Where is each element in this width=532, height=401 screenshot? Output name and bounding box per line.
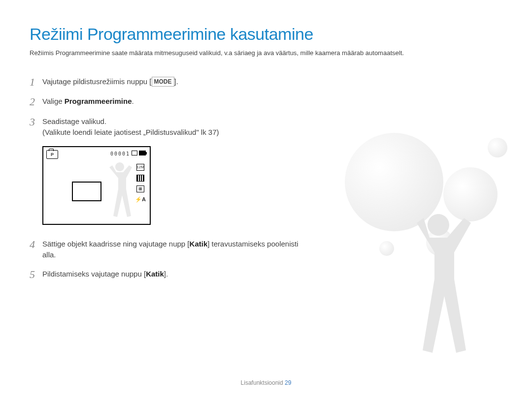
step-text: ].	[174, 77, 178, 86]
step-text: Seadistage valikud.	[42, 117, 106, 125]
step-5: 5 Pildistamiseks vajutage nuppu [Katik].	[30, 269, 305, 280]
step-text: ].	[164, 270, 168, 278]
step-bold: Katik	[146, 270, 164, 278]
step-body: Valige Programmeerimine.	[42, 96, 305, 107]
intro-text: Režiimis Programmeerimine saate määrata …	[30, 49, 502, 58]
step-number: 2	[30, 96, 42, 108]
shot-counter: 00001	[110, 151, 130, 156]
step-body: Seadistage valikud. (Valikute loendi lei…	[42, 116, 305, 138]
step-text: Vajutage pildistusrežiimis nuppu [	[42, 77, 152, 86]
step-number: 5	[30, 269, 42, 280]
step-number: 3	[30, 116, 42, 128]
sd-card-icon	[132, 151, 137, 155]
step-body: Sättige objekt kaadrisse ning vajutage n…	[42, 239, 305, 261]
page-title: Režiimi Programmeerimine kasutamine	[30, 25, 502, 44]
step-text: Pildistamiseks vajutage nuppu [	[42, 270, 146, 278]
child-silhouette-large	[384, 209, 488, 371]
steps-list: 1 Vajutage pildistusrežiimis nuppu [MODE…	[30, 76, 305, 280]
camera-lcd-illustration: P 00001 12M ▦ ⚡A	[42, 146, 151, 225]
step-body: Pildistamiseks vajutage nuppu [Katik].	[42, 269, 305, 280]
step-number: 1	[30, 76, 42, 88]
bubble-icon	[488, 138, 507, 157]
step-number: 4	[30, 239, 42, 250]
step-1: 1 Vajutage pildistusrežiimis nuppu [MODE…	[30, 76, 305, 88]
footer-section: Lisafunktsioonid	[241, 379, 283, 386]
step-text: (Valikute loendi leiate jaotisest „Pildi…	[42, 128, 219, 136]
status-icons	[132, 151, 146, 155]
page-number: 29	[285, 379, 291, 386]
focus-frame	[72, 182, 101, 201]
step-2: 2 Valige Programmeerimine.	[30, 96, 305, 108]
step-bold: Programmeerimine	[65, 97, 132, 105]
step-4: 4 Sättige objekt kaadrisse ning vajutage…	[30, 239, 305, 261]
battery-icon	[139, 151, 146, 155]
page-footer: Lisafunktsioonid 29	[0, 379, 532, 386]
step-text: Valige	[42, 97, 65, 105]
step-text: Sättige objekt kaadrisse ning vajutage n…	[42, 240, 190, 248]
step-text: .	[132, 97, 134, 105]
mode-button-label: MODE	[152, 77, 174, 87]
step-body: Vajutage pildistusrežiimis nuppu [MODE].	[42, 76, 305, 88]
child-silhouette-small	[98, 159, 142, 221]
camera-mode-icon: P	[46, 150, 58, 159]
step-3: 3 Seadistage valikud. (Valikute loendi l…	[30, 116, 305, 138]
step-bold: Katik	[190, 240, 208, 248]
